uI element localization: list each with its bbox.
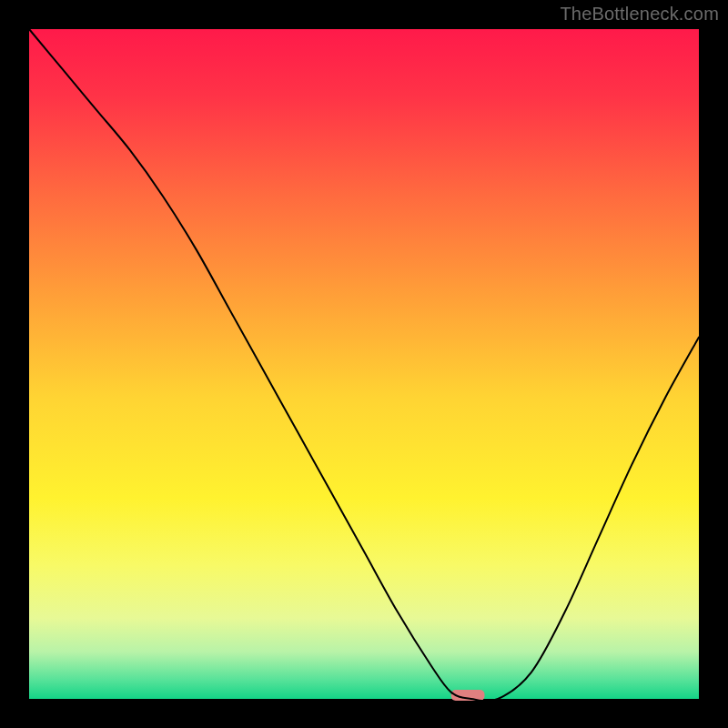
watermark-text: TheBottleneck.com: [560, 4, 719, 25]
chart-svg: [0, 0, 728, 728]
plot-background: [29, 29, 699, 699]
bottleneck-chart: TheBottleneck.com: [0, 0, 728, 728]
